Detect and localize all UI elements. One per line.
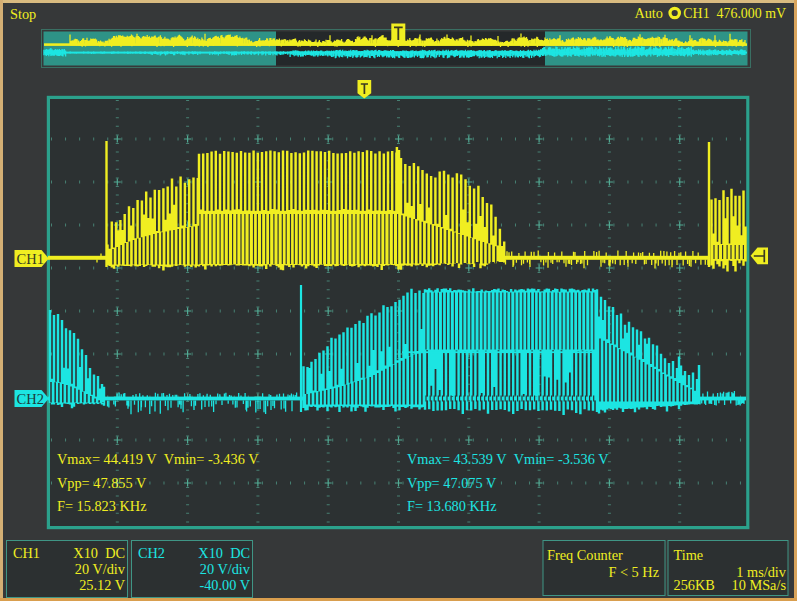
- svg-text:CH2: CH2: [17, 391, 44, 407]
- svg-text:Vpp= 47.075 V: Vpp= 47.075 V: [407, 475, 497, 491]
- svg-text:F < 5 Hz: F < 5 Hz: [608, 564, 659, 580]
- svg-text:F= 13.680 KHz: F= 13.680 KHz: [407, 498, 496, 514]
- svg-text:Freq Counter: Freq Counter: [547, 547, 623, 563]
- svg-text:X10 DC: X10 DC: [198, 545, 250, 561]
- svg-text:Time: Time: [674, 547, 704, 563]
- svg-text:CH1: CH1: [17, 251, 44, 267]
- svg-text:25.12 V: 25.12 V: [79, 577, 125, 593]
- svg-text:-40.00 V: -40.00 V: [199, 577, 250, 593]
- svg-text:X10 DC: X10 DC: [73, 545, 125, 561]
- svg-text:Auto: Auto: [634, 5, 663, 21]
- svg-text:256KB: 256KB: [674, 577, 715, 593]
- svg-text:10 MSa/s: 10 MSa/s: [732, 577, 787, 593]
- svg-text:Vpp= 47.855 V: Vpp= 47.855 V: [57, 475, 147, 491]
- svg-text:Vmax= 43.539 V Vmin= -3.536 V: Vmax= 43.539 V Vmin= -3.536 V: [407, 451, 609, 467]
- svg-text:CH1: CH1: [13, 545, 40, 561]
- svg-text:20 V/div: 20 V/div: [200, 561, 251, 577]
- svg-text:CH2: CH2: [138, 545, 165, 561]
- svg-text:F= 15.823 KHz: F= 15.823 KHz: [57, 498, 146, 514]
- svg-text:Stop: Stop: [10, 6, 36, 22]
- svg-text:Vmax= 44.419 V Vmin= -3.436 V: Vmax= 44.419 V Vmin= -3.436 V: [57, 451, 259, 467]
- svg-text:CH1 476.000 mV: CH1 476.000 mV: [683, 6, 786, 21]
- svg-text:20 V/div: 20 V/div: [75, 561, 126, 577]
